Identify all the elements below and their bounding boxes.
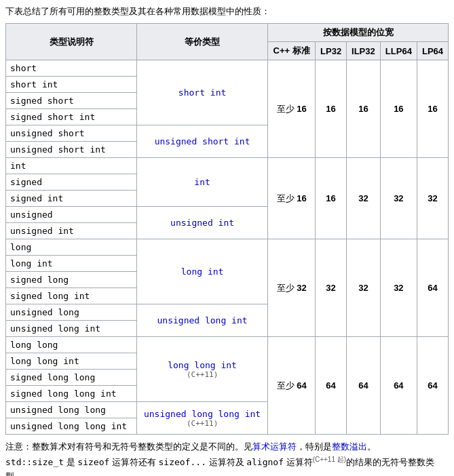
equiv-ulong: unsigned long int	[137, 304, 268, 337]
type-name: signed long int	[6, 288, 137, 304]
equiv-ushort: unsigned short int	[137, 125, 268, 158]
lp64-short: 16	[417, 60, 448, 158]
type-name: signed long	[6, 272, 137, 288]
type-name: signed long long	[6, 370, 137, 386]
equiv-longlong: long long int(C++11)	[137, 337, 268, 402]
min-short: 至少 16	[268, 60, 316, 158]
type-name: unsigned	[6, 207, 137, 223]
col-header-equiv: 等价类型	[137, 24, 268, 60]
lp32-longlong: 64	[316, 337, 347, 435]
type-name: signed short	[6, 93, 137, 109]
type-name: unsigned long	[6, 304, 137, 321]
col-lp64: LP64	[417, 42, 448, 60]
type-name: signed long long int	[6, 386, 137, 402]
equiv-short: short int	[137, 60, 268, 125]
min-long: 至少 32	[268, 239, 316, 337]
ilp32-int: 32	[347, 158, 381, 239]
arithmetic-ops-link[interactable]: 算术运算符	[252, 441, 297, 452]
type-name: short	[6, 60, 137, 77]
col-header-type: 类型说明符	[6, 24, 137, 60]
table-row: int int 至少 16 16 32 32 32	[6, 158, 449, 174]
type-name: int	[6, 158, 137, 174]
lp32-short: 16	[316, 60, 347, 158]
note1: 注意：整数算术对有符号和无符号整数类型的定义是不同的。见算术运算符，特别是整数溢…	[5, 440, 449, 454]
type-name: long long int	[6, 353, 137, 370]
type-name: signed	[6, 174, 137, 191]
equiv-int: int	[137, 158, 268, 207]
col-lp32: LP32	[316, 42, 347, 60]
llp64-short: 16	[380, 60, 417, 158]
ilp32-short: 16	[347, 60, 381, 158]
equiv-ulonglong: unsigned long long int(C++11)	[137, 402, 268, 435]
type-name: long int	[6, 256, 137, 272]
min-longlong: 至少 64	[268, 337, 316, 435]
type-name: unsigned long long	[6, 402, 137, 418]
lp64-longlong: 64	[417, 337, 448, 435]
table-row: long long long long int(C++11) 至少 64 64 …	[6, 337, 449, 353]
type-name: unsigned short int	[6, 142, 137, 158]
table-row: short short int 至少 16 16 16 16 16	[6, 60, 449, 77]
note2: std::size_t 是 sizeof 运算符还有 sizeof... 运算符…	[5, 454, 449, 476]
llp64-long: 32	[380, 239, 417, 337]
notes-section: 注意：整数算术对有符号和无符号整数类型的定义是不同的。见算术运算符，特别是整数溢…	[5, 440, 449, 476]
col-ilp32: ILP32	[347, 42, 381, 60]
lp32-long: 32	[316, 239, 347, 337]
intro-text: 下表总结了所有可用的整数类型及其在各种常用数据模型中的性质：	[5, 5, 449, 18]
integer-overflow-link[interactable]: 整数溢出	[332, 441, 367, 452]
type-name: unsigned int	[6, 223, 137, 239]
type-name: long	[6, 239, 137, 256]
min-int: 至少 16	[268, 158, 316, 239]
col-header-bitwidth: 按数据模型的位宽	[268, 24, 449, 42]
type-name: unsigned long int	[6, 321, 137, 337]
ilp32-long: 32	[347, 239, 381, 337]
lp32-int: 16	[316, 158, 347, 239]
type-name: unsigned long long int	[6, 418, 137, 435]
equiv-long: long int	[137, 239, 268, 304]
lp64-int: 32	[417, 158, 448, 239]
llp64-longlong: 64	[380, 337, 417, 435]
equiv-uint: unsigned int	[137, 207, 268, 239]
type-name: short int	[6, 77, 137, 93]
table-row: long long int 至少 32 32 32 32 64	[6, 239, 449, 256]
type-name: unsigned short	[6, 125, 137, 142]
col-cpp-std: C++ 标准	[268, 42, 316, 60]
col-llp64: LLP64	[380, 42, 417, 60]
ilp32-longlong: 64	[347, 337, 381, 435]
type-name: signed int	[6, 191, 137, 207]
llp64-int: 32	[380, 158, 417, 239]
integer-types-table: 类型说明符 等价类型 按数据模型的位宽 C++ 标准 LP32 ILP32 LL…	[5, 23, 449, 435]
lp64-long: 64	[417, 239, 448, 337]
type-name: signed short int	[6, 109, 137, 125]
type-name: long long	[6, 337, 137, 353]
